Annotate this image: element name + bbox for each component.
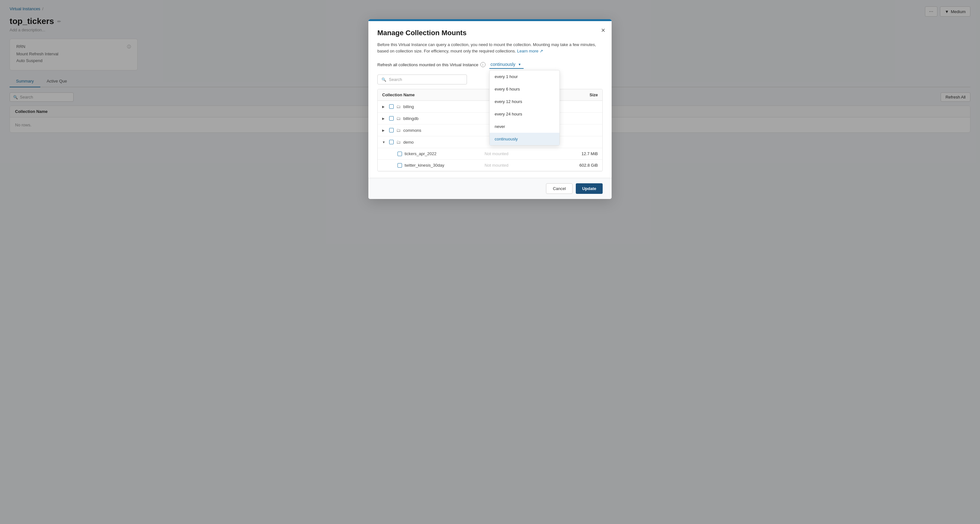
collection-name-twitter: twitter_kinesis_30day [404, 163, 444, 168]
manage-collection-modal: Manage Collection Mounts Before this Vir… [368, 19, 612, 199]
expand-arrow-icon[interactable]: ▶ [382, 129, 387, 132]
twitter-status: Not mounted [485, 163, 547, 168]
learn-more-link[interactable]: Learn more ↗ [517, 49, 543, 53]
dropdown-item-continuously[interactable]: continuously [490, 133, 560, 145]
dropdown-item-every-24-hours[interactable]: every 24 hours [490, 108, 560, 120]
dropdown-item-never[interactable]: never [490, 120, 560, 133]
folder-icon: 🗂 [396, 128, 401, 133]
col-name-header: Collection Name [382, 92, 485, 97]
collection-name-billing: billing [403, 104, 414, 109]
demo-checkbox[interactable] [389, 140, 394, 144]
dropdown-item-every-1-hour[interactable]: every 1 hour [490, 70, 560, 83]
cancel-button[interactable]: Cancel [546, 183, 572, 194]
refresh-info-icon[interactable]: i [480, 62, 485, 67]
tickers-checkbox[interactable] [398, 152, 402, 156]
modal-footer: Cancel Update [368, 178, 612, 199]
subrow-name-cell: tickers_apr_2022 [382, 151, 485, 156]
twitter-checkbox[interactable] [398, 163, 402, 168]
expand-arrow-icon[interactable]: ▶ [382, 117, 387, 120]
folder-icon: 🗂 [396, 104, 401, 109]
subrow-name-cell: twitter_kinesis_30day [382, 163, 485, 168]
billingdb-checkbox[interactable] [389, 116, 394, 121]
search-icon: 🔍 [382, 78, 386, 82]
dropdown-item-every-6-hours[interactable]: every 6 hours [490, 83, 560, 95]
search-placeholder: Search [389, 77, 402, 82]
refresh-dropdown-trigger[interactable]: continuously ▼ [489, 60, 524, 69]
refresh-dropdown-menu: every 1 hour every 6 hours every 12 hour… [489, 70, 560, 146]
table-row: tickers_apr_2022 Not mounted 12.7 MiB [378, 148, 602, 160]
collection-name-commons: commons [403, 128, 421, 133]
modal-search-input[interactable]: 🔍 Search [377, 75, 467, 84]
refresh-row: Refresh all collections mounted on this … [377, 60, 603, 69]
folder-icon: 🗂 [396, 140, 401, 144]
chevron-down-icon: ▼ [518, 63, 521, 66]
collection-name-billingdb: billingdb [403, 116, 418, 121]
collection-name-demo: demo [403, 140, 414, 144]
billing-checkbox[interactable] [389, 104, 394, 109]
expand-arrow-open-icon[interactable]: ▼ [382, 140, 387, 144]
folder-icon: 🗂 [396, 116, 401, 121]
update-button[interactable]: Update [576, 183, 603, 194]
tickers-size: 12.7 MiB [547, 151, 598, 156]
collection-name-cell: ▼ 🗂 demo [382, 140, 485, 144]
tickers-status: Not mounted [485, 151, 547, 156]
collection-name-tickers: tickers_apr_2022 [404, 151, 437, 156]
modal-body: Refresh all collections mounted on this … [368, 60, 612, 178]
modal-header: Manage Collection Mounts Before this Vir… [368, 21, 612, 60]
table-row: twitter_kinesis_30day Not mounted 602.8 … [378, 160, 602, 171]
collection-name-cell: ▶ 🗂 commons [382, 128, 485, 133]
refresh-label: Refresh all collections mounted on this … [377, 62, 485, 67]
modal-overlay[interactable]: Manage Collection Mounts Before this Vir… [0, 0, 980, 524]
dropdown-item-every-12-hours[interactable]: every 12 hours [490, 95, 560, 108]
collection-name-cell: ▶ 🗂 billingdb [382, 116, 485, 121]
refresh-dropdown-container: continuously ▼ every 1 hour every 6 hour… [489, 60, 524, 69]
modal-title: Manage Collection Mounts [377, 29, 603, 37]
modal-description: Before this Virtual Instance can query a… [377, 41, 603, 54]
twitter-size: 602.8 GiB [547, 163, 598, 168]
commons-checkbox[interactable] [389, 128, 394, 132]
refresh-selected-value: continuously [491, 62, 515, 67]
expand-arrow-icon[interactable]: ▶ [382, 105, 387, 108]
collection-name-cell: ▶ 🗂 billing [382, 104, 485, 109]
modal-close-button[interactable]: × [601, 27, 605, 34]
